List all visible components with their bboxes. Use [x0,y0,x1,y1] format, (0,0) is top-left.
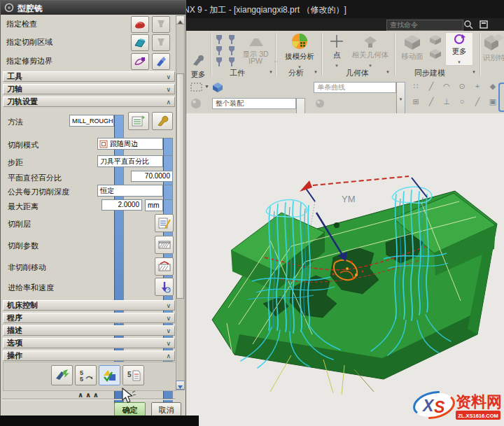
snap-icon[interactable]: + [470,82,484,90]
group-dialog-launcher[interactable]: ▼ [314,70,318,74]
selection-scope-dropdown-arrow[interactable]: ▼ [296,98,305,114]
sphere-icon[interactable] [190,98,202,109]
cut-area-icon [134,38,146,48]
chevron-down-icon: ∨ [166,302,171,309]
feeds-speeds-label: 进给率和速度 [8,283,54,293]
section-description[interactable]: 描述 ∨ [3,325,175,336]
identify-feature-button[interactable]: 识别特征 [483,32,504,63]
show-3d-ipw-button[interactable]: 显示 3D IPW ▼ [239,36,273,65]
move-face-label: 移动面 [401,52,424,60]
draft-analysis-button[interactable]: 拔模分析 ▼ [280,32,319,70]
scroll-down-button[interactable] [176,381,185,390]
snap-icon[interactable]: ◠ [440,82,454,91]
cut-area-display-button[interactable] [152,34,170,51]
point-button[interactable]: 点 ▼ [326,34,347,69]
select-trim-boundary-button[interactable] [131,53,149,70]
chevron-down-icon[interactable]: ▼ [204,84,209,89]
trim-display-button[interactable] [152,53,170,70]
marquee-select-icon[interactable] [190,83,203,92]
watermark: X S 资料网 ZL.XS1616.COM [412,386,504,423]
replay-toolpath-button[interactable]: 5 5 [75,365,97,385]
select-check-button[interactable] [131,16,149,33]
unit-dropdown[interactable]: mm [145,199,163,211]
section-tool-axis[interactable]: 刀轴 ∨ [3,84,175,94]
snap-icon[interactable]: ⊥ [440,97,454,106]
cut-pattern-dropdown[interactable]: 跟随周边 [97,138,163,150]
section-actions[interactable]: 操作 ∧ [3,350,175,361]
selection-scope-dropdown[interactable]: 整个装配 [212,98,296,109]
cutting-parameters-label: 切削参数 [8,241,38,251]
group-dialog-launcher[interactable]: ▼ [472,70,476,74]
section-program[interactable]: 程序 ∨ [3,313,175,323]
related-geometry-button[interactable]: 相关几何体 ▼ [349,34,392,69]
group-dialog-launcher[interactable]: ▼ [269,70,273,74]
snap-icon[interactable]: ○ [455,97,469,106]
stepover-label: 步距 [8,157,23,168]
cutting-parameters-button[interactable] [155,236,174,254]
dialog-title: 型腔铣 [18,3,43,15]
command-search-input[interactable]: 查找命令 [386,20,463,31]
generate-toolpath-button[interactable] [51,365,73,385]
window-title: NX 9 - 加工 - [xiangqiangxi8.prt （修改的）] [183,4,346,16]
footer-divider [2,399,176,400]
feeds-speeds-button[interactable] [155,278,174,296]
refresh-icon [453,33,465,45]
goblet-icon [156,19,166,30]
dialog-scrollbar-thumb[interactable] [176,73,184,299]
arrow-down-icon [176,383,184,391]
docked-panel-edge[interactable] [498,83,504,112]
flat-percent-input[interactable]: 70.0000 [131,171,173,182]
workpiece-small-icons[interactable] [214,34,239,67]
window-restore-icon[interactable] [479,20,489,29]
section-options[interactable]: 选项 ∨ [3,338,175,348]
max-distance-input[interactable]: 2.0000 [102,199,142,211]
snap-icon[interactable]: ▣ [486,97,500,106]
move-face-button[interactable]: 移动面 [398,34,427,62]
dialog-collapse-hint[interactable]: ∧ ∧ ∧ [1,391,176,399]
section-label: 刀轨设置 [7,97,38,107]
search-icon[interactable] [463,20,473,29]
edit-method-button[interactable] [152,112,173,130]
related-geometry-label: 相关几何体 [352,50,389,59]
check-display-button[interactable] [152,16,170,33]
curve-rule-dropdown-arrow[interactable]: ▼ [396,82,405,114]
ipw-icon [247,36,265,49]
dialog-titlebar[interactable]: 型腔铣 [1,1,186,15]
point-label: 点 [333,50,341,59]
section-path-settings[interactable]: 刀轨设置 ∧ [3,97,175,107]
snap-icon[interactable]: ∷ [409,82,423,91]
snap-icon[interactable]: ◆ [486,82,500,91]
section-tool[interactable]: 工具 ∨ [3,71,175,82]
group-dialog-launcher[interactable]: ▼ [386,70,390,74]
sphere-icon[interactable] [315,99,325,108]
section-machine-control[interactable]: 机床控制 ∨ [3,300,175,311]
chevron-down-icon: ∨ [166,86,171,93]
sync-more-button[interactable]: 更多 ▼ [445,32,473,66]
sync-small-icons[interactable] [428,34,442,64]
verify-toolpath-button[interactable] [99,365,120,385]
stepover-value: 刀具平直百分比 [98,157,162,166]
feature-cubes-icon [483,32,504,52]
viewport-3d[interactable]: YM [186,113,504,426]
snap-icon[interactable]: ⊙ [455,82,469,91]
more-button-left[interactable]: 更多 ▼ [186,55,210,79]
solid-body-filter-icon[interactable] [211,81,224,93]
snap-icon[interactable]: ╱ [424,82,438,91]
dialog-cavity-mill[interactable]: 型腔铣 指定检查 指定切削区域 指定修剪边界 [0,0,186,417]
method-dropdown[interactable]: MILL_ROUGH [69,115,114,127]
snap-icon[interactable]: ╱ [424,97,438,106]
snap-icon[interactable]: ⊞ [409,97,423,106]
non-cutting-moves-button[interactable] [155,257,174,276]
section-label: 程序 [7,313,22,323]
select-cut-area-button[interactable] [131,34,149,51]
scroll-up-button[interactable] [176,15,185,24]
curve-rule-dropdown[interactable]: 单条曲线 [314,82,396,93]
cut-levels-button[interactable] [155,214,174,232]
section-label: 机床控制 [7,300,38,311]
snap-icon[interactable]: ╱ [470,97,484,106]
stepover-dropdown[interactable]: 刀具平直百分比 [97,155,163,167]
list-toolpath-button[interactable]: 5 [122,365,144,385]
depth-per-cut-dropdown[interactable]: 恒定 [97,185,163,197]
new-method-button[interactable] [128,112,149,130]
follow-periphery-icon [99,140,108,148]
